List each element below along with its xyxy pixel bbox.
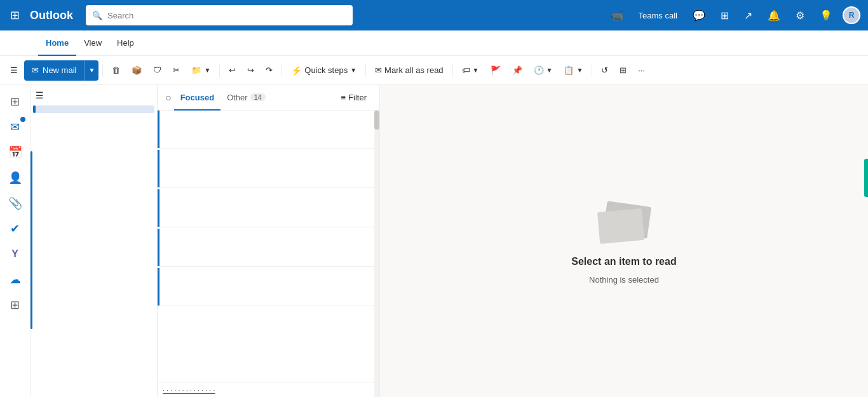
envelope-front: [597, 208, 644, 244]
nav-tasks[interactable]: ✔: [4, 217, 27, 240]
nav-more-apps[interactable]: ⊞: [4, 293, 27, 316]
nav-people[interactable]: 👤: [4, 166, 27, 189]
delete-button[interactable]: 🗑: [107, 60, 125, 81]
reminder-button[interactable]: 🕐 ▼: [529, 60, 558, 81]
quick-steps-button[interactable]: ⚡ Quick steps ▼: [286, 60, 362, 81]
app-logo: Outlook: [30, 9, 73, 22]
sidebar-collapse-button[interactable]: ☰: [31, 85, 49, 105]
check-icon: ✉: [375, 65, 382, 75]
grid-view-button[interactable]: ⊞: [614, 60, 632, 81]
separator-2: [219, 64, 220, 77]
separator-5: [452, 64, 453, 77]
flag-icon: 🚩: [491, 65, 501, 75]
teams-call-button[interactable]: Teams call: [634, 8, 682, 23]
undo-icon: ↩: [229, 65, 236, 75]
unread-indicator-5: [158, 268, 159, 306]
chevron-remind-icon: ▼: [546, 67, 553, 74]
email-item-2[interactable]: [158, 150, 379, 188]
settings-button[interactable]: ⚙: [790, 7, 810, 24]
more-options-button[interactable]: ···: [633, 60, 650, 81]
nav-onedrive[interactable]: ☁: [4, 268, 27, 291]
separator-6: [592, 64, 592, 77]
pin-button[interactable]: 📌: [507, 60, 527, 81]
grid-button[interactable]: ⊞: [715, 7, 734, 24]
separator-4: [365, 64, 366, 77]
icon-nav: ⊞ ✉ 📅 👤 📎 ✔ Y ☁ ⊞: [0, 85, 31, 397]
green-accent-bar: [864, 159, 868, 197]
nav-files[interactable]: 📎: [4, 192, 27, 215]
search-box: 🔍: [86, 5, 353, 25]
unread-indicator-3: [158, 189, 159, 227]
chevron-move-icon: ▼: [204, 67, 210, 74]
email-item-1[interactable]: [158, 111, 379, 149]
junk-button[interactable]: 🛡: [148, 60, 166, 81]
mark-all-read-button[interactable]: ✉ Mark all as read: [370, 60, 448, 81]
search-input[interactable]: [107, 11, 346, 20]
empty-state-subtitle: Nothing is selected: [589, 275, 659, 285]
apps-grid-button[interactable]: ⊞: [8, 6, 22, 25]
bell-button[interactable]: 🔔: [763, 7, 785, 24]
archive-button[interactable]: 📦: [126, 60, 147, 81]
chevron-rules-icon: ▼: [576, 67, 583, 74]
move-icon: 📁: [191, 65, 201, 75]
email-list-panel: ○ Focused Other 14 ≡ Filter: [158, 85, 380, 397]
redo-button[interactable]: ↷: [261, 60, 278, 81]
folder-inbox[interactable]: [33, 105, 154, 113]
search-icon: 🔍: [92, 11, 102, 20]
load-more-link[interactable]: · · · · · · · · · · · · · ·: [163, 386, 215, 394]
main-layout: ⊞ ✉ 📅 👤 📎 ✔ Y ☁ ⊞ ☰ ○ Focused Other: [0, 85, 868, 397]
teams-call-label: Teams call: [639, 11, 677, 20]
separator-3: [281, 64, 282, 77]
tab-help[interactable]: Help: [109, 30, 142, 56]
undo2-button[interactable]: ↪: [242, 60, 259, 81]
rules-icon: 📋: [564, 65, 574, 75]
tag-button[interactable]: 🏷 ▼: [457, 60, 484, 81]
email-item-4[interactable]: [158, 229, 379, 267]
flag-button[interactable]: 🚩: [485, 60, 506, 81]
avatar[interactable]: R: [843, 6, 860, 24]
chat-button[interactable]: 💬: [688, 7, 710, 24]
toolbar: ☰ ✉ New mail ▼ 🗑 📦 🛡 ✂ 📁 ▼ ↩ ↪ ↷ ⚡ Qui: [0, 56, 868, 85]
chevron-down-icon: ▼: [88, 67, 95, 74]
tab-home[interactable]: Home: [38, 30, 76, 56]
email-tabs: ○ Focused Other 14 ≡ Filter: [158, 85, 379, 111]
video-call-button[interactable]: 📹: [606, 7, 628, 24]
nav-calendar[interactable]: 📅: [4, 141, 27, 164]
new-mail-dropdown-button[interactable]: ▼: [84, 60, 98, 81]
separator-1: [102, 64, 103, 77]
move-button[interactable]: 📁 ▼: [186, 60, 215, 81]
mail-icon: ✉: [32, 65, 39, 75]
tab-view[interactable]: View: [76, 30, 109, 56]
nav-apps[interactable]: ⊞: [4, 90, 27, 113]
reading-pane: Select an item to read Nothing is select…: [380, 85, 868, 397]
top-bar: ⊞ Outlook 🔍 📹 Teams call 💬 ⊞ ↗ 🔔 ⚙ 💡 R: [0, 0, 868, 30]
chevron-tag-icon: ▼: [473, 67, 479, 74]
email-item-3[interactable]: [158, 189, 379, 227]
filter-icon: ≡: [341, 93, 346, 102]
junk-icon: 🛡: [153, 65, 161, 75]
nav-yammer[interactable]: Y: [4, 243, 27, 266]
undo-toolbar-button[interactable]: ↺: [596, 60, 613, 81]
empty-state-illustration: [595, 198, 653, 248]
undo-button[interactable]: ↩: [224, 60, 241, 81]
sweep-button[interactable]: ✂: [168, 60, 185, 81]
grid-view-icon: ⊞: [620, 65, 627, 75]
hamburger-icon: ☰: [10, 65, 18, 75]
tab-focused[interactable]: Focused: [174, 85, 220, 111]
tab-other[interactable]: Other 14: [220, 85, 272, 111]
email-list: · · · · · · · · · · · · · ·: [158, 111, 379, 397]
email-list-footer: · · · · · · · · · · · · · ·: [158, 382, 379, 397]
filter-button[interactable]: ≡ Filter: [336, 90, 372, 105]
undo-toolbar-icon: ↺: [601, 65, 608, 75]
email-item-5[interactable]: [158, 268, 379, 306]
lightbulb-button[interactable]: 💡: [815, 7, 837, 24]
other-badge: 14: [250, 93, 266, 101]
rules-button[interactable]: 📋 ▼: [559, 60, 588, 81]
pin-icon: 📌: [512, 65, 522, 75]
empty-state: Select an item to read Nothing is select…: [571, 198, 676, 285]
sweep-icon: ✂: [173, 65, 180, 75]
nav-mail[interactable]: ✉: [4, 116, 27, 138]
sidebar-toggle-button[interactable]: ☰: [5, 60, 23, 81]
new-mail-button[interactable]: ✉ New mail: [24, 60, 84, 81]
feedback-button[interactable]: ↗: [739, 7, 757, 24]
